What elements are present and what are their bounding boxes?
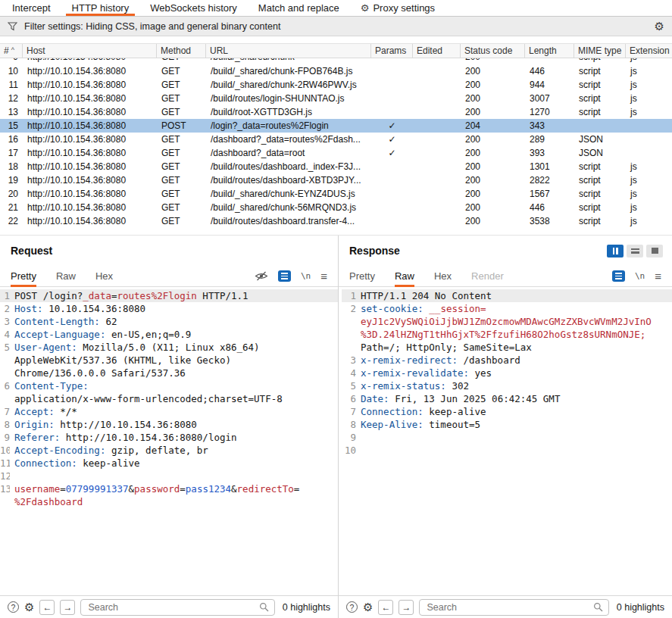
cell-status: 200 [461,134,525,145]
code-line: Chrome/136.0.0.0 Safari/537.36 [0,367,338,379]
line-number: 13 [0,482,10,495]
prettify-toggle-icon[interactable] [278,270,291,282]
table-row[interactable]: 18http://10.10.154.36:8080GET/build/rout… [0,160,672,173]
cell-params: ✓ [371,134,413,145]
next-match-button[interactable]: → [60,600,75,615]
request-tab-pretty[interactable]: Pretty [11,266,36,286]
column-header-edited[interactable]: Edited [413,44,461,58]
cell-method: GET [157,134,206,145]
request-tab-hex[interactable]: Hex [95,266,113,286]
response-tab-pretty[interactable]: Pretty [349,266,375,286]
cell-host: http://10.10.154.36:8080 [23,161,157,172]
line-number: 2 [342,302,356,315]
column-header-host[interactable]: Host [23,44,157,58]
cell-status: 200 [461,58,525,62]
table-row[interactable]: 22http://10.10.154.36:8080GET/build/rout… [0,214,672,228]
table-row[interactable]: 11http://10.10.154.36:8080GET/build/_sha… [0,78,672,92]
prettify-toggle-icon[interactable] [612,270,625,282]
cell-method: GET [157,148,206,158]
request-tab-raw[interactable]: Raw [56,266,76,286]
line-number: 3 [0,315,10,328]
request-search-input[interactable] [86,601,255,613]
sort-ascending-icon: ^ [11,46,14,54]
tab-proxy-settings[interactable]: ⚙Proxy settings [350,0,445,16]
cell-extension: js [626,202,672,213]
editor-layout-buttons [607,245,663,258]
request-editor[interactable]: 1POST /login?_data=routes%2Flogin HTTP/1… [0,287,338,595]
editor-menu-icon[interactable]: ≡ [655,270,661,282]
table-row[interactable]: 10http://10.10.154.36:8080GET/build/_sha… [0,64,672,78]
help-icon[interactable]: ? [346,601,358,613]
column-header-method[interactable]: Method [157,44,206,58]
code-text: Chrome/136.0.0.0 Safari/537.36 [10,367,186,379]
newline-toggle[interactable]: \n [635,271,645,281]
table-row[interactable]: 16http://10.10.154.36:8080GET/dashboard?… [0,133,672,146]
code-text [10,470,14,482]
line-number: 3 [342,354,356,367]
cell-url: /build/routes/dashboard.transfer-4... [206,216,371,226]
next-match-button[interactable]: → [399,600,414,615]
newline-toggle[interactable]: \n [301,271,311,281]
hide-nonprintable-eye-icon[interactable] [255,271,268,281]
editor-menu-icon[interactable]: ≡ [320,270,327,282]
response-editor-toolbar: \n ≡ [612,266,661,286]
cell-host: http://10.10.154.36:8080 [23,120,157,131]
code-line: eyJ1c2VySWQiOiJjbWJ1ZmOzcmowMDAwcGMzZXBv… [342,315,672,328]
cell-number: 16 [0,134,23,145]
table-row[interactable]: 15http://10.10.154.36:8080POST/login?_da… [0,119,672,133]
column-header-length[interactable]: Length [525,44,574,58]
cell-status: 200 [461,66,525,76]
cell-status: 200 [461,216,525,226]
response-search-input[interactable] [425,601,589,613]
code-line: 9 [342,431,672,444]
table-row[interactable]: 19http://10.10.154.36:8080GET/build/rout… [0,173,672,187]
tab-websockets-history[interactable]: WebSockets history [139,0,248,16]
filter-bar[interactable]: Filter settings: Hiding CSS, image and g… [0,17,672,36]
tab-intercept[interactable]: Intercept [2,0,61,16]
column-header-status-code[interactable]: Status code [461,44,525,58]
column-header-extension[interactable]: Extension [626,44,672,58]
line-number [0,367,10,379]
help-icon[interactable]: ? [8,601,19,613]
request-settings-gear-icon[interactable]: ⚙ [24,601,34,613]
prev-match-button[interactable]: ← [39,600,55,615]
column-header-url[interactable]: URL [206,44,371,58]
table-row[interactable]: 13http://10.10.154.36:8080GET/build/root… [0,105,672,119]
prev-match-button[interactable]: ← [378,600,393,615]
table-row[interactable]: 20http://10.10.154.36:8080GET/build/_sha… [0,187,672,201]
cell-method: POST [157,120,206,131]
request-editor-toolbar: \n ≡ [255,266,327,286]
tab-label: Intercept [12,2,51,14]
layout-columns-button[interactable] [607,245,624,258]
cell-number: 10 [0,66,23,76]
line-number [342,341,356,354]
layout-rows-button[interactable] [627,245,643,258]
response-tab-raw[interactable]: Raw [395,266,414,286]
column-header-params[interactable]: Params [371,44,413,58]
tab-http-history[interactable]: HTTP history [61,0,140,16]
code-line: %3D.24lHZNgT1tHhGjxT%2FfzufiH68O2hoGstz8… [342,328,672,341]
column-header-label: # [4,45,9,56]
code-line: 13username=07799991337&password=pass1234… [0,482,338,495]
code-text: x-remix-redirect: /dashboard [356,354,520,367]
line-number: 8 [0,418,10,431]
line-number: 8 [342,418,356,431]
filter-settings-gear-icon[interactable]: ⚙ [655,20,664,32]
column-header-label: Status code [464,45,512,56]
response-tab-hex[interactable]: Hex [434,266,452,286]
code-text: Accept-Encoding: gzip, deflate, br [10,444,208,457]
table-row[interactable]: 21http://10.10.154.36:8080GET/build/_sha… [0,201,672,214]
cell-status: 200 [461,202,525,213]
layout-single-button[interactable] [646,245,663,258]
column-header-mime-type[interactable]: MIME type [574,44,626,58]
table-row[interactable]: 12http://10.10.154.36:8080GET/build/rout… [0,92,672,105]
cell-number: 17 [0,148,23,158]
cell-host: http://10.10.154.36:8080 [23,58,157,62]
column-header-num[interactable]: #^ [0,44,23,58]
tab-match-and-replace[interactable]: Match and replace [248,0,350,16]
response-editor[interactable]: 1HTTP/1.1 204 No Content2set-cookie: __s… [339,287,672,595]
table-row[interactable]: 9http://10.10.154.36:8080GET/build/_shar… [0,58,672,64]
response-settings-gear-icon[interactable]: ⚙ [363,601,373,613]
code-text [356,444,361,457]
table-row[interactable]: 17http://10.10.154.36:8080GET/dashboard?… [0,146,672,160]
